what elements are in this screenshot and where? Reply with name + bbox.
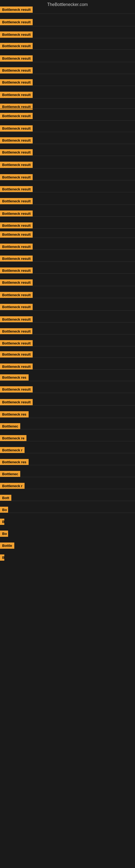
- bottleneck-item: Bottleneck result: [0, 125, 33, 133]
- bottleneck-item: Bottleneck result: [0, 104, 33, 111]
- bottleneck-label: Bottleneck result: [0, 399, 33, 405]
- separator-line: [0, 238, 135, 238]
- separator-line: [0, 310, 135, 311]
- bottleneck-label: Bottleneck result: [0, 92, 33, 98]
- bottleneck-item: Bottle: [0, 542, 14, 550]
- bottleneck-item: Bottleneck result: [0, 279, 33, 287]
- bottleneck-label: Bottleneck r: [0, 483, 25, 489]
- separator-line: [0, 453, 135, 453]
- bottleneck-item: Bottleneck result: [0, 19, 33, 26]
- bottleneck-label: Bottleneck result: [0, 279, 33, 286]
- separator-line: [0, 205, 135, 205]
- separator-line: [0, 261, 135, 262]
- separator-line: [0, 441, 135, 441]
- separator-line: [0, 86, 135, 86]
- separator-line: [0, 120, 135, 121]
- bottleneck-label: Bottleneck result: [0, 6, 33, 13]
- bottleneck-label: Bottleneck result: [0, 328, 32, 335]
- bottleneck-label: Bottleneck result: [0, 79, 33, 86]
- bottleneck-label: Bottleneck result: [0, 304, 33, 310]
- bottleneck-item: Bottleneck result: [0, 43, 33, 50]
- bottleneck-label: Bottleneck result: [0, 104, 33, 110]
- separator-line: [0, 74, 135, 74]
- bottleneck-item: Bo: [0, 531, 8, 538]
- bottleneck-label: Bottleneck result: [0, 292, 33, 298]
- separator-line: [0, 286, 135, 286]
- bottleneck-label: Bottleneck result: [0, 316, 33, 322]
- bottleneck-label: Bottleneck result: [0, 244, 33, 250]
- bottleneck-label: Bottleneck re: [0, 435, 27, 441]
- bottleneck-item: Bottleneck res: [0, 411, 29, 418]
- separator-line: [0, 381, 135, 381]
- bottleneck-label: Bottleneck result: [0, 255, 33, 262]
- bottleneck-item: B: [0, 554, 4, 562]
- separator-line: [0, 513, 135, 513]
- bottleneck-item: Bottleneck result: [0, 149, 33, 156]
- separator-line: [0, 108, 135, 109]
- bottleneck-item: Bottleneck result: [0, 92, 33, 99]
- bottleneck-label: Bottleneck result: [0, 162, 33, 168]
- separator-line: [0, 322, 135, 322]
- bottleneck-item: Bottleneck result: [0, 113, 33, 120]
- separator-line: [0, 132, 135, 132]
- separator-line: [0, 369, 135, 370]
- bottleneck-item: Bottleneck result: [0, 67, 33, 74]
- bottleneck-label: Bottleneck result: [0, 43, 33, 49]
- bottleneck-label: Bottleneck res: [0, 374, 29, 380]
- bottleneck-label: Bottleneck r: [0, 447, 25, 453]
- separator-line: [0, 156, 135, 156]
- bottleneck-label: Bottleneck result: [0, 211, 33, 217]
- bottleneck-label: Bottleneck result: [0, 231, 33, 238]
- separator-line: [0, 192, 135, 192]
- separator-line: [0, 418, 135, 418]
- bottleneck-item: Bottleneck result: [0, 55, 33, 63]
- separator-line: [0, 26, 135, 26]
- bottleneck-label: Bottleneck result: [0, 364, 33, 370]
- bottleneck-item: Bottleneck result: [0, 79, 33, 87]
- bottleneck-label: Bottleneck res: [0, 411, 29, 417]
- separator-line: [0, 216, 135, 217]
- bottleneck-label: Bottleneck result: [0, 222, 33, 229]
- separator-line: [0, 273, 135, 274]
- bottleneck-label: Bott: [0, 495, 11, 501]
- separator-line: [0, 13, 135, 14]
- bottleneck-label: Bottleneck result: [0, 149, 33, 155]
- bottleneck-label: Bottleneck result: [0, 268, 33, 274]
- bottleneck-item: Bottleneck result: [0, 386, 33, 394]
- separator-line: [0, 298, 135, 298]
- separator-line: [0, 98, 135, 98]
- bottleneck-label: Bottleneck result: [0, 340, 33, 346]
- bottleneck-label: Bottlenec: [0, 471, 20, 477]
- bottleneck-label: Bottleneck result: [0, 386, 33, 393]
- bottleneck-label: Bottleneck res: [0, 459, 29, 465]
- bottleneck-item: Bottleneck result: [0, 137, 33, 145]
- bottleneck-label: Bottleneck result: [0, 31, 33, 38]
- bottleneck-item: Bottleneck result: [0, 6, 33, 14]
- separator-line: [0, 501, 135, 501]
- bottleneck-label: Bo: [0, 507, 8, 513]
- bottleneck-label: B: [0, 554, 4, 561]
- bottleneck-label: Bottleneck result: [0, 198, 33, 204]
- bottleneck-label: Bo: [0, 531, 8, 537]
- bottleneck-item: Bottleneck result: [0, 31, 33, 39]
- bottleneck-label: Bottleneck result: [0, 67, 33, 73]
- bottleneck-label: Bottleneck result: [0, 351, 33, 358]
- separator-line: [0, 228, 135, 229]
- separator-line: [0, 465, 135, 465]
- bottleneck-label: Bottle: [0, 542, 14, 549]
- bottleneck-item: Bottleneck result: [0, 198, 33, 205]
- separator-line: [0, 346, 135, 346]
- bottleneck-label: Bottleneck result: [0, 137, 33, 144]
- bottleneck-label: Bottleneck result: [0, 55, 33, 62]
- bottleneck-item: Bottleneck result: [0, 162, 33, 169]
- bottleneck-label: Bottleneck result: [0, 174, 33, 180]
- separator-line: [0, 358, 135, 358]
- separator-line: [0, 38, 135, 38]
- bottleneck-label: Bottleneck result: [0, 125, 33, 131]
- bottleneck-item: Bottleneck res: [0, 374, 29, 382]
- bottleneck-item: B: [0, 519, 4, 526]
- bottleneck-label: B: [0, 519, 4, 525]
- bottleneck-label: Bottleneck result: [0, 186, 33, 192]
- bottleneck-label: Bottleneck result: [0, 19, 33, 25]
- separator-line: [0, 168, 135, 168]
